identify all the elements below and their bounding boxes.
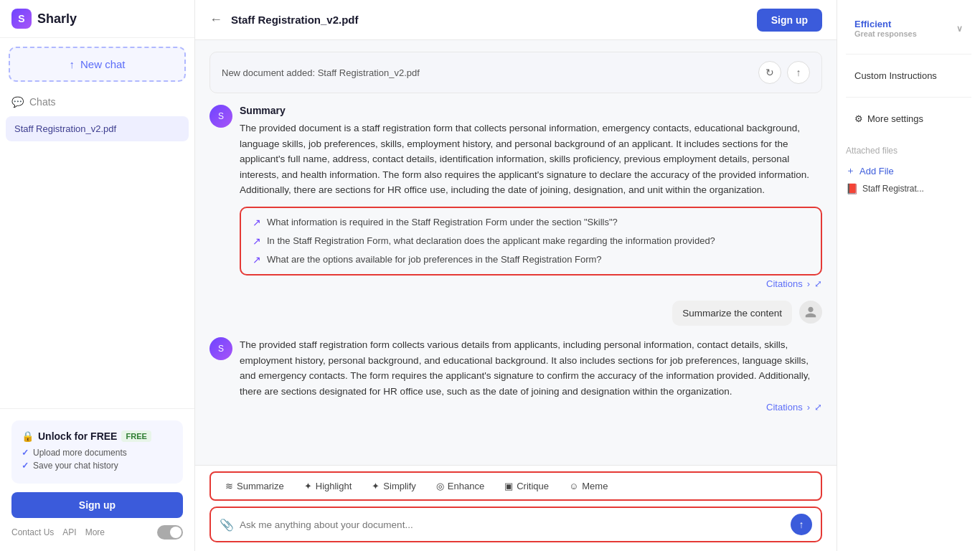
attached-files-section: Attached files ＋ Add File 📕 Staff Regist…	[846, 146, 971, 197]
sidebar-header: S Sharly	[0, 0, 194, 38]
critique-button[interactable]: ▣ Critique	[496, 477, 557, 495]
attached-file-name: Staff Registrat...	[862, 184, 924, 194]
api-link[interactable]: API	[62, 527, 76, 537]
unlock-item-2: Save your chat history	[22, 461, 173, 471]
suggested-question-2[interactable]: ↗ In the Staff Registration Form, what d…	[253, 235, 809, 247]
efficient-sublabel: Great responses	[854, 29, 917, 38]
chat-area: New document added: Staff Registration_v…	[195, 40, 837, 465]
unlock-title: 🔒 Unlock for FREE FREE	[22, 430, 173, 442]
panel-efficient[interactable]: Efficient Great responses ∨	[846, 11, 971, 45]
toggle-thumb	[170, 527, 182, 538]
simplify-icon: ✦	[372, 481, 380, 491]
app-name: Sharly	[37, 11, 77, 27]
summarize-icon: ≋	[225, 481, 233, 491]
message-bubble-2: The provided staff registration form col…	[240, 337, 822, 413]
critique-icon: ▣	[504, 481, 513, 491]
footer-links: Contact Us API More	[11, 525, 183, 540]
panel-efficient-content: Efficient Great responses	[854, 19, 917, 38]
assistant-avatar-2: S	[209, 337, 232, 360]
chevron-down-icon: ∨	[956, 24, 963, 34]
lock-icon: 🔒	[22, 430, 34, 442]
add-file-button[interactable]: ＋ Add File	[846, 161, 971, 180]
unlock-box: 🔒 Unlock for FREE FREE Upload more docum…	[11, 420, 183, 484]
more-link[interactable]: More	[85, 527, 105, 537]
simplify-button[interactable]: ✦ Simplify	[363, 477, 425, 495]
chat-input[interactable]	[240, 519, 785, 530]
logo-icon: S	[11, 9, 32, 29]
right-panel: Efficient Great responses ∨ Custom Instr…	[837, 0, 980, 551]
arrow-icon: ↗	[253, 217, 261, 228]
sidebar: S Sharly ↑ New chat 💬 Chats Staff Regist…	[0, 0, 195, 551]
suggested-question-3[interactable]: ↗ What are the options available for job…	[253, 254, 809, 265]
efficient-label: Efficient	[854, 19, 917, 29]
custom-instructions-label: Custom Instructions	[854, 70, 937, 81]
more-settings-label: More settings	[867, 113, 923, 124]
highlight-icon: ✦	[304, 481, 312, 491]
meme-button[interactable]: ☺ Meme	[560, 477, 616, 495]
attached-file-item: 📕 Staff Registrat...	[846, 180, 971, 197]
attached-label: Attached files	[846, 146, 971, 156]
expand-icon-2: ⤢	[814, 402, 822, 413]
chat-input-row: 📎 ↑	[209, 507, 822, 542]
bottom-area: ≋ Summarize ✦ Highlight ✦ Simplify ◎ Enh…	[195, 465, 837, 551]
free-badge: FREE	[121, 430, 151, 442]
sidebar-sign-up-button[interactable]: Sign up	[11, 492, 183, 518]
arrow-icon: ↗	[253, 254, 261, 265]
summary-label: Summary	[240, 105, 822, 116]
enhance-icon: ◎	[436, 481, 444, 491]
panel-divider-1	[846, 54, 971, 55]
plus-icon: ＋	[846, 164, 855, 177]
arrow-icon: ↗	[253, 235, 261, 247]
user-avatar	[799, 301, 822, 324]
panel-custom-instructions[interactable]: Custom Instructions	[846, 63, 971, 88]
back-button[interactable]: ←	[209, 12, 222, 27]
unlock-item-1: Upload more documents	[22, 448, 173, 458]
citations-bar-2[interactable]: Citations › ⤢	[240, 402, 822, 413]
main-area: ← Staff Registration_v2.pdf Sign up New …	[195, 0, 837, 551]
expand-icon: ⤢	[814, 278, 822, 289]
share-button[interactable]: ↑	[787, 61, 810, 84]
gear-icon: ⚙	[854, 113, 863, 124]
new-chat-label: New chat	[80, 58, 126, 70]
assistant-avatar: S	[209, 105, 232, 128]
dark-mode-toggle[interactable]	[157, 525, 183, 540]
suggested-question-1[interactable]: ↗ What information is required in the St…	[253, 217, 809, 228]
message-text: The provided document is a staff registr…	[240, 121, 822, 198]
user-message-row: Summarize the content	[209, 301, 822, 326]
summarize-button[interactable]: ≋ Summarize	[217, 477, 293, 495]
doc-added-bar: New document added: Staff Registration_v…	[209, 52, 822, 93]
new-chat-icon: ↑	[69, 58, 75, 70]
panel-more-settings[interactable]: ⚙ More settings	[846, 106, 971, 131]
document-title: Staff Registration_v2.pdf	[231, 14, 748, 26]
new-chat-button[interactable]: ↑ New chat	[9, 47, 186, 82]
attach-icon[interactable]: 📎	[220, 518, 234, 532]
message-text-2: The provided staff registration form col…	[240, 337, 822, 399]
citations-bar-1[interactable]: Citations › ⤢	[240, 278, 822, 289]
message-row-2: S The provided staff registration form c…	[209, 337, 822, 413]
chevron-right-icon: ›	[807, 278, 810, 289]
panel-divider-2	[846, 97, 971, 98]
sidebar-chat-item[interactable]: Staff Registration_v2.pdf	[6, 116, 189, 141]
doc-added-text: New document added: Staff Registration_v…	[222, 67, 420, 78]
sidebar-footer: 🔒 Unlock for FREE FREE Upload more docum…	[0, 408, 194, 551]
highlight-button[interactable]: ✦ Highlight	[296, 477, 361, 495]
user-message: Summarize the content	[672, 301, 792, 326]
meme-icon: ☺	[569, 481, 578, 491]
message-row: S Summary The provided document is a sta…	[209, 105, 822, 289]
chevron-right-icon-2: ›	[807, 402, 810, 413]
enhance-button[interactable]: ◎ Enhance	[428, 477, 493, 495]
send-button[interactable]: ↑	[791, 514, 812, 535]
refresh-button[interactable]: ↻	[758, 61, 781, 84]
pdf-icon: 📕	[846, 183, 858, 194]
top-bar: ← Staff Registration_v2.pdf Sign up	[195, 0, 837, 40]
chats-icon: 💬	[11, 96, 24, 108]
chats-section-label: 💬 Chats	[0, 90, 194, 113]
action-toolbar: ≋ Summarize ✦ Highlight ✦ Simplify ◎ Enh…	[209, 471, 822, 501]
message-bubble: Summary The provided document is a staff…	[240, 105, 822, 289]
top-sign-up-button[interactable]: Sign up	[757, 9, 822, 32]
contact-us-link[interactable]: Contact Us	[11, 527, 54, 537]
suggested-questions-box: ↗ What information is required in the St…	[240, 207, 822, 276]
